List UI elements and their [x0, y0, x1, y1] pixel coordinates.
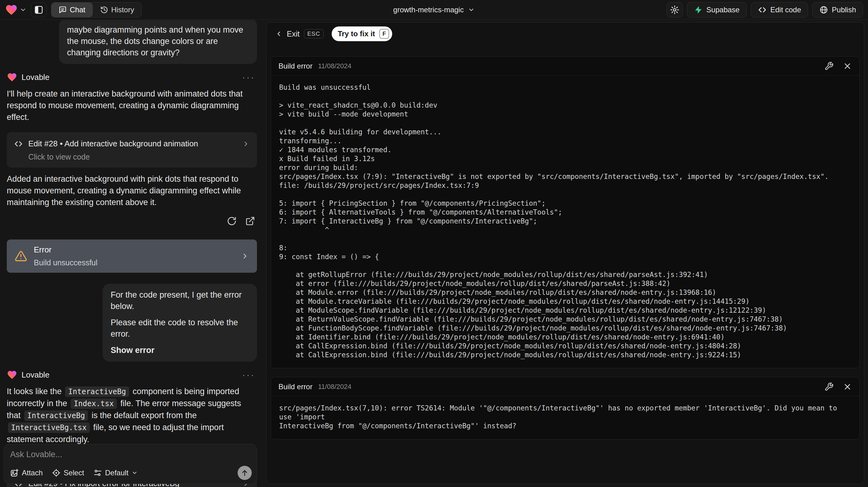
attach-label: Attach [22, 468, 43, 477]
mode-dropdown[interactable]: Default [93, 468, 138, 477]
log-line: at CallExpression.bind (file:///builds/2… [279, 351, 851, 359]
build-error-log-card: Build error 11/08/2024 src/pages/Index.t… [271, 377, 860, 439]
lovable-heart-icon [5, 3, 18, 16]
image-plus-icon [10, 468, 19, 477]
log-line: at CallExpression.bind (file:///builds/2… [279, 342, 851, 351]
tab-chat-label: Chat [70, 5, 86, 14]
error-card-texts: Error Build unsuccessful [34, 245, 234, 267]
build-error-log-card: Build error 11/08/2024 Build was unsucce… [271, 56, 860, 368]
build-error-date: 11/08/2024 [318, 62, 351, 70]
error-card-title: Error [34, 245, 234, 254]
inline-code: InteractiveBg [65, 387, 129, 397]
supabase-button[interactable]: Supabase [687, 2, 747, 18]
exit-label: Exit [287, 30, 300, 38]
tab-history[interactable]: History [93, 2, 142, 17]
publish-button[interactable]: Publish [812, 2, 863, 18]
assistant-summary-text: Added an interactive background with pin… [7, 173, 257, 208]
log-line: at ModuleScope.findVariable (file:///bui… [279, 306, 851, 315]
log-line: src/pages/Index.tsx (7:9): "InteractiveB… [279, 172, 851, 181]
tab-history-label: History [111, 5, 134, 14]
log-line: 8: [279, 243, 851, 252]
log-line: 9: const Index = () => { [279, 252, 851, 261]
select-label: Select [64, 468, 84, 477]
wrench-icon[interactable] [824, 61, 834, 71]
try-to-fix-button[interactable]: Try to fix it F [332, 26, 392, 41]
attach-button[interactable]: Attach [10, 468, 43, 477]
log-line: x Build failed in 3.12s [279, 154, 851, 163]
chat-bubble-icon [59, 6, 67, 14]
log-line: at error (file:///builds/29/project/node… [279, 279, 851, 288]
lovable-logo-menu[interactable] [5, 3, 26, 16]
sliders-icon [93, 468, 102, 477]
panel-left-icon [34, 5, 43, 14]
open-preview-button[interactable] [243, 214, 257, 228]
log-line [279, 261, 851, 270]
send-button[interactable] [238, 466, 252, 480]
log-line: InteractiveBg from "@/components/Interac… [279, 422, 851, 430]
message-options-button[interactable]: ··· [240, 372, 257, 377]
error-overlay-header: Exit ESC Try to fix it F [267, 23, 864, 45]
select-element-button[interactable]: Select [52, 468, 84, 477]
close-icon[interactable] [843, 382, 852, 391]
chat-scroll-area[interactable]: maybe diagramming points and when you mo… [0, 20, 261, 487]
assistant-message-header: Lovable ··· [7, 370, 257, 380]
build-error-title: Build error [278, 62, 313, 70]
edit-code-button[interactable]: Edit code [751, 2, 808, 18]
message-options-button[interactable]: ··· [240, 74, 257, 80]
card-header-actions [824, 61, 852, 71]
external-link-icon [245, 216, 255, 226]
log-line [279, 190, 851, 199]
text-segment: It looks like the [7, 387, 64, 396]
composer: Attach Select Default [4, 444, 257, 484]
log-line: ^ [279, 226, 851, 235]
build-error-date: 11/08/2024 [318, 383, 351, 391]
card-header-actions [824, 382, 852, 391]
settings-button[interactable] [667, 2, 683, 18]
error-card-subtitle: Build unsuccessful [34, 258, 234, 267]
build-error-log: Build was unsuccessful > vite_react_shad… [271, 75, 859, 368]
log-line: transforming... [279, 136, 851, 145]
project-switcher[interactable]: growth-metrics-magic [393, 0, 474, 20]
tab-chat[interactable]: Chat [51, 2, 93, 17]
log-line: 6: import { AlternativeTools } from "@/c… [279, 208, 851, 217]
exit-button[interactable]: Exit ESC [273, 27, 326, 40]
log-line [279, 235, 851, 243]
chat-history-segmented-control: Chat History [51, 2, 142, 18]
composer-toolbar: Attach Select Default [10, 466, 252, 480]
chevron-down-icon [20, 6, 26, 13]
log-line: at Module.error (file:///builds/29/proje… [279, 288, 851, 297]
log-line: > vite build --mode development [279, 110, 851, 119]
build-error-card[interactable]: Error Build unsuccessful [7, 240, 257, 273]
log-line: src/pages/Index.tsx(7,10): error TS2614:… [279, 404, 851, 422]
chevron-right-icon [241, 252, 249, 260]
user-message-line: For the code present, I get the error be… [111, 289, 249, 312]
log-line: Build was unsuccessful [279, 83, 851, 92]
log-line: at FunctionBodyScope.findVariable (file:… [279, 324, 851, 333]
wrench-icon[interactable] [824, 382, 834, 391]
f-kbd-badge: F [379, 29, 389, 39]
log-line: at ReturnValueScope.findVariable (file:/… [279, 315, 851, 324]
sidebar-toggle-button[interactable] [31, 2, 47, 17]
log-line: at getRollupError (file:///builds/29/pro… [279, 270, 851, 279]
retry-button[interactable] [225, 214, 239, 228]
edit-card-title: Edit #28 • Add interactive background an… [28, 139, 237, 149]
show-error-link[interactable]: Show error [111, 345, 249, 356]
chat-input[interactable] [10, 450, 251, 459]
close-icon[interactable] [843, 61, 852, 71]
project-name: growth-metrics-magic [393, 5, 464, 14]
supabase-bolt-icon [694, 5, 703, 14]
inline-code: InteractiveBg.tsx [8, 422, 90, 433]
chevron-left-icon [275, 30, 282, 37]
inline-code: InteractiveBg [24, 410, 88, 421]
edit-card-28[interactable]: Edit #28 • Add interactive background an… [7, 132, 257, 168]
top-bar: Chat History growth-metrics-magic [0, 0, 868, 20]
lovable-heart-icon [7, 370, 17, 380]
log-line: at Identifier.bind (file:///builds/29/pr… [279, 333, 851, 342]
log-line: vite v5.4.6 building for development... [279, 128, 851, 136]
lovable-heart-icon [7, 72, 17, 82]
esc-kbd-badge: ESC [304, 29, 324, 38]
build-error-card-header: Build error 11/08/2024 [271, 377, 859, 396]
build-error-card-header: Build error 11/08/2024 [271, 57, 859, 75]
chevron-down-icon [131, 470, 138, 476]
log-line: > vite_react_shadcn_ts@0.0.0 build:dev [279, 101, 851, 110]
